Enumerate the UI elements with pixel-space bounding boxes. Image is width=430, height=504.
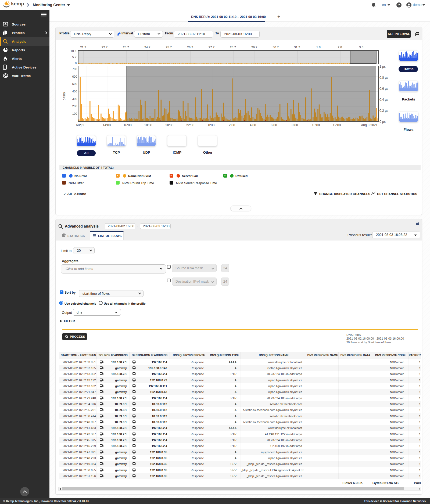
svg-text:PDF: PDF [416,33,420,35]
svg-text:?: ? [398,3,400,7]
